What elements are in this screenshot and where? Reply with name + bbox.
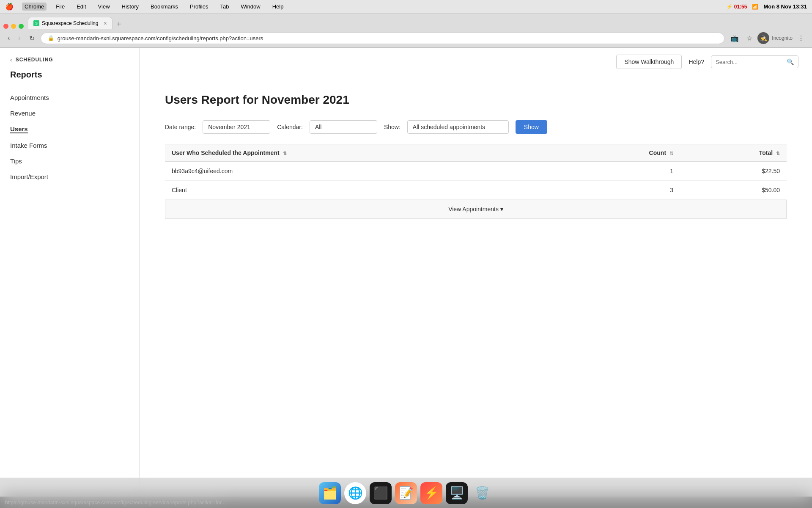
sort-icon-user: ⇅: [283, 151, 287, 156]
lock-icon: 🔒: [48, 35, 54, 41]
menubar-tab[interactable]: Tab: [217, 3, 231, 11]
tab-squarespace[interactable]: S Squarespace Scheduling ×: [28, 17, 112, 29]
filters-row: Date range: Calendar: Show: Show: [165, 120, 787, 134]
cell-total-0: $22.50: [680, 162, 787, 181]
date-range-input[interactable]: [203, 120, 270, 134]
sidebar-item-appointments[interactable]: Appointments: [0, 90, 139, 105]
menubar-history[interactable]: History: [119, 3, 141, 11]
menubar-edit[interactable]: Edit: [74, 3, 88, 11]
apple-menu[interactable]: 🍎: [5, 3, 14, 11]
address-bar[interactable]: 🔒 grouse-mandarin-sxnl.squarespace.com/c…: [41, 33, 725, 44]
report-content: Users Report for November 2021 Date rang…: [140, 76, 812, 497]
incognito-avatar[interactable]: 🕵: [757, 32, 769, 44]
url-text: grouse-mandarin-sxnl.squarespace.com/con…: [58, 35, 718, 41]
view-appointments-button[interactable]: View Appointments ▾: [165, 200, 787, 219]
clock: Mon 8 Nov 13:31: [763, 3, 807, 10]
col-header-count[interactable]: Count ⇅: [563, 144, 680, 162]
show-walkthrough-button[interactable]: Show Walkthrough: [616, 55, 682, 69]
bookmark-icon[interactable]: ☆: [744, 33, 755, 44]
col-header-user[interactable]: User Who Scheduled the Appointment ⇅: [165, 144, 563, 162]
sidebar-item-users[interactable]: Users: [10, 125, 28, 133]
sidebar-item-import-export[interactable]: Import/Export: [0, 169, 139, 185]
date-range-label: Date range:: [165, 124, 196, 130]
menubar-view[interactable]: View: [96, 3, 112, 11]
battery-level: ⚡ 01:55: [726, 4, 747, 10]
calendar-input[interactable]: [310, 120, 377, 134]
tab-bar: S Squarespace Scheduling × +: [0, 14, 812, 29]
dock-item-iterm[interactable]: 🖥️: [446, 482, 468, 504]
sort-icon-total: ⇅: [776, 151, 780, 156]
menubar-right: ⚡ 01:55 📶 Mon 8 Nov 13:31: [726, 3, 807, 10]
dock-item-terminal[interactable]: ⬛: [370, 482, 392, 504]
sort-icon-count: ⇅: [669, 151, 673, 156]
show-filter-label: Show:: [384, 124, 401, 130]
browser-chrome: S Squarespace Scheduling × + ‹ › ↻ 🔒 gro…: [0, 14, 812, 48]
report-table: User Who Scheduled the Appointment ⇅ Cou…: [165, 144, 787, 200]
app-layout: ‹ SCHEDULING Reports Appointments Revenu…: [0, 48, 812, 497]
help-link[interactable]: Help?: [689, 58, 704, 65]
report-title: Users Report for November 2021: [165, 93, 787, 107]
menubar-profiles[interactable]: Profiles: [187, 3, 211, 11]
top-bar: Show Walkthrough Help? 🔍: [140, 48, 812, 76]
wifi-icon: 📶: [752, 4, 758, 10]
show-filter-input[interactable]: [407, 120, 509, 134]
window-minimize-btn[interactable]: [11, 24, 16, 29]
table-row: bb93a9c4@uifeed.com 1 $22.50: [165, 162, 787, 181]
tab-favicon: S: [33, 20, 39, 26]
sidebar-header: ‹ SCHEDULING: [0, 48, 139, 70]
menubar-bookmarks[interactable]: Bookmarks: [148, 3, 181, 11]
window-close-btn[interactable]: [3, 24, 8, 29]
dock-item-spark[interactable]: ⚡: [420, 482, 442, 504]
col-header-total[interactable]: Total ⇅: [680, 144, 787, 162]
menubar-file[interactable]: File: [53, 3, 67, 11]
sidebar-back-button[interactable]: ‹: [10, 56, 12, 63]
sidebar-item-intake-forms[interactable]: Intake Forms: [0, 138, 139, 153]
dock-item-chrome[interactable]: 🌐: [344, 482, 366, 504]
menubar-chrome[interactable]: Chrome: [22, 3, 47, 11]
cell-count-1: 3: [563, 181, 680, 200]
nav-right-icons: 📺 ☆ 🕵 Incognito ⋮: [728, 32, 807, 44]
main-content: Show Walkthrough Help? 🔍 Users Report fo…: [140, 48, 812, 497]
tab-close-btn[interactable]: ×: [104, 20, 107, 27]
sidebar-section-title: Reports: [0, 70, 139, 90]
window-maximize-btn[interactable]: [19, 24, 24, 29]
calendar-label: Calendar:: [277, 124, 303, 130]
nav-bar: ‹ › ↻ 🔒 grouse-mandarin-sxnl.squarespace…: [0, 29, 812, 47]
refresh-button[interactable]: ↻: [27, 33, 37, 44]
incognito-badge: 🕵 Incognito: [757, 32, 793, 44]
forward-button[interactable]: ›: [16, 33, 23, 44]
show-button[interactable]: Show: [516, 120, 547, 134]
cell-count-0: 1: [563, 162, 680, 181]
cell-user-1: Client: [165, 181, 563, 200]
dock-item-trash[interactable]: 🗑️: [471, 482, 493, 504]
dock: 🗂️ 🌐 ⬛ 📝 ⚡ 🖥️ 🗑️: [0, 478, 812, 508]
sidebar-nav: Appointments Revenue Users Intake Forms …: [0, 90, 139, 185]
menubar: 🍎 Chrome File Edit View History Bookmark…: [0, 0, 812, 14]
tab-title: Squarespace Scheduling: [42, 20, 98, 26]
search-box: 🔍: [711, 55, 798, 68]
table-row: Client 3 $50.00: [165, 181, 787, 200]
cell-user-0: bb93a9c4@uifeed.com: [165, 162, 563, 181]
search-icon[interactable]: 🔍: [787, 58, 794, 65]
cast-icon[interactable]: 📺: [728, 33, 741, 44]
menu-icon[interactable]: ⋮: [795, 33, 807, 44]
menubar-window[interactable]: Window: [238, 3, 263, 11]
sidebar-scheduling-title: SCHEDULING: [16, 57, 53, 63]
sidebar-item-tips[interactable]: Tips: [0, 153, 139, 169]
new-tab-button[interactable]: +: [113, 20, 125, 29]
back-button[interactable]: ‹: [5, 33, 12, 44]
sidebar: ‹ SCHEDULING Reports Appointments Revenu…: [0, 48, 140, 497]
menubar-help[interactable]: Help: [270, 3, 286, 11]
search-input[interactable]: [716, 59, 783, 65]
dock-item-editor[interactable]: 📝: [395, 482, 417, 504]
dock-item-finder[interactable]: 🗂️: [319, 482, 341, 504]
cell-total-1: $50.00: [680, 181, 787, 200]
incognito-label: Incognito: [772, 35, 793, 41]
sidebar-item-revenue[interactable]: Revenue: [0, 105, 139, 121]
